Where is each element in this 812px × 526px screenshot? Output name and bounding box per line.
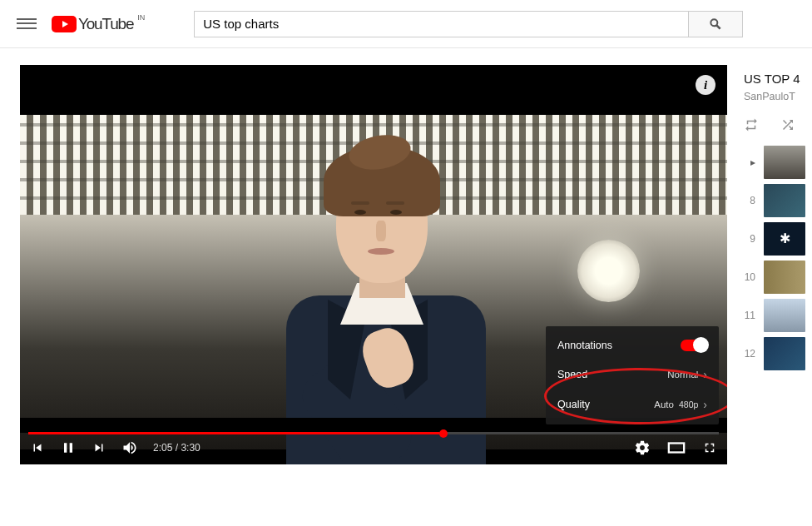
- video-area[interactable]: i: [20, 65, 727, 464]
- settings-annotations[interactable]: Annotations: [546, 331, 719, 360]
- hamburger-menu-icon[interactable]: [17, 14, 37, 34]
- settings-label: Quality: [557, 399, 590, 410]
- main-content: i: [0, 48, 812, 464]
- chevron-right-icon: ›: [703, 368, 707, 381]
- volume-button[interactable]: [121, 439, 138, 456]
- video-thumbnail: [764, 261, 805, 294]
- video-thumbnail: [764, 299, 805, 332]
- playlist-item[interactable]: 10: [744, 261, 812, 294]
- video-thumbnail: [764, 337, 805, 370]
- logo-text: YouTube: [78, 15, 133, 33]
- settings-value-res: 480p: [679, 399, 698, 409]
- previous-button[interactable]: [30, 440, 45, 455]
- loop-icon[interactable]: [744, 117, 759, 132]
- item-index: ▸: [744, 156, 755, 168]
- next-button[interactable]: [92, 440, 106, 455]
- country-code: IN: [137, 13, 145, 22]
- search-icon: [709, 17, 722, 31]
- item-index: 10: [744, 271, 755, 283]
- video-player: i: [20, 65, 727, 464]
- toggle-switch[interactable]: [681, 340, 707, 351]
- settings-value: Normal: [667, 370, 698, 380]
- letterbox: i: [20, 65, 727, 115]
- time-display: 2:05 / 3:30: [153, 442, 201, 454]
- playlist-item[interactable]: 9: [744, 222, 812, 256]
- item-index: 11: [744, 310, 755, 321]
- video-thumbnail: [764, 222, 805, 256]
- item-index: 8: [744, 195, 755, 206]
- settings-button[interactable]: [634, 439, 651, 456]
- fullscreen-button[interactable]: [702, 440, 717, 455]
- playlist-item[interactable]: ▸: [744, 146, 812, 179]
- player-controls: 2:05 / 3:30: [20, 431, 727, 464]
- pause-button[interactable]: [60, 439, 77, 456]
- search-form: [194, 11, 743, 37]
- settings-label: Speed: [557, 369, 587, 380]
- info-card-icon[interactable]: i: [696, 75, 715, 95]
- svg-point-0: [711, 19, 717, 25]
- settings-value-auto: Auto: [654, 399, 674, 409]
- video-thumbnail: [764, 184, 805, 217]
- chevron-right-icon: ›: [703, 398, 707, 411]
- settings-speed[interactable]: Speed Normal›: [546, 360, 719, 390]
- playlist-item[interactable]: 11: [744, 299, 812, 332]
- settings-menu: Annotations Speed Normal› Quality Auto 4…: [546, 326, 719, 424]
- playlist-sidebar: US TOP 4 SanPauloT ▸ 8 9 10 11 12: [744, 65, 812, 464]
- playlist-item[interactable]: 8: [744, 184, 812, 217]
- header: YouTube IN: [0, 0, 812, 48]
- item-index: 12: [744, 348, 755, 360]
- play-logo-icon: [52, 16, 77, 32]
- item-index: 9: [744, 233, 755, 245]
- playlist-title[interactable]: US TOP 4: [744, 72, 812, 86]
- settings-label: Annotations: [557, 340, 612, 351]
- youtube-logo[interactable]: YouTube IN: [52, 15, 133, 33]
- playlist-item[interactable]: 12: [744, 337, 812, 370]
- shuffle-icon[interactable]: [780, 117, 795, 132]
- settings-quality[interactable]: Quality Auto 480p›: [546, 390, 719, 419]
- search-button[interactable]: [689, 11, 743, 37]
- playlist-channel[interactable]: SanPauloT: [744, 91, 812, 102]
- playlist-items: ▸ 8 9 10 11 12: [744, 146, 812, 370]
- search-input[interactable]: [194, 11, 689, 37]
- svg-rect-1: [669, 444, 684, 453]
- video-thumbnail: [764, 146, 805, 179]
- theater-mode-button[interactable]: [667, 440, 686, 455]
